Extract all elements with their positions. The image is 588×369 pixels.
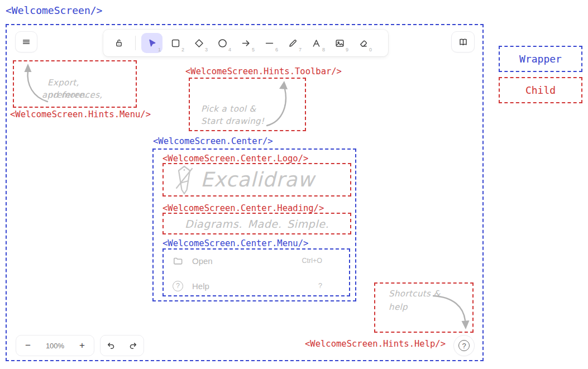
selection-cursor-icon — [147, 38, 157, 49]
hint-toolbar-text-line2: Start drawing! — [201, 116, 264, 128]
lock-tool-button[interactable] — [108, 33, 130, 53]
folder-icon — [173, 256, 183, 266]
eraser-icon — [358, 38, 369, 49]
hamburger-icon — [21, 37, 31, 47]
tool-rectangle[interactable]: 2 — [165, 33, 186, 53]
excalidraw-logo-text: Excalidraw — [200, 168, 314, 191]
legend-child-text: Child — [525, 84, 556, 96]
center-heading-label: <WelcomeScreen.Center.Heading/> — [162, 203, 324, 213]
rectangle-icon — [170, 38, 181, 49]
zoom-controls: − 100% + — [16, 335, 94, 356]
tool-ellipse[interactable]: 4 — [212, 33, 233, 53]
line-icon — [264, 38, 275, 49]
hints-menu-box: Export, preferences, and more... — [13, 60, 137, 108]
menu-item-shortcut: Ctrl+O — [302, 257, 322, 265]
tool-arrow[interactable]: 5 — [235, 33, 256, 53]
center-logo-box: Excalidraw — [162, 163, 351, 197]
help-circle-icon: ? — [173, 281, 183, 291]
book-icon — [458, 37, 469, 47]
hint-help-text-line1: Shortcuts & — [389, 288, 441, 300]
tool-text[interactable]: 8 — [305, 33, 327, 53]
menu-item-label: Help — [192, 281, 209, 291]
center-heading-box: Diagrams. Made. Simple. — [162, 213, 351, 234]
tool-key-hint: 6 — [275, 47, 278, 52]
library-button[interactable] — [451, 31, 475, 52]
main-menu-button[interactable] — [15, 31, 37, 52]
zoom-in-button[interactable]: + — [70, 336, 94, 356]
undo-icon — [106, 341, 116, 351]
center-menu-label: <WelcomeScreen.Center.Menu/> — [162, 238, 308, 248]
redo-button[interactable] — [122, 336, 144, 356]
menu-item-shortcut: ? — [318, 282, 322, 290]
tool-selection[interactable]: 1 — [141, 33, 162, 53]
image-icon — [334, 38, 345, 49]
hint-help-text-line2: help — [389, 301, 408, 314]
hints-help-label: <WelcomeScreen.Hints.Help/> — [305, 339, 446, 349]
tool-key-hint: 8 — [322, 47, 325, 52]
center-menu-box: Open Ctrl+O ? Help ? — [162, 248, 350, 296]
tool-key-hint: 9 — [346, 47, 348, 52]
ellipse-icon — [217, 38, 228, 49]
menu-item-help[interactable]: ? Help ? — [167, 277, 346, 294]
hints-menu-label: <WelcomeScreen.Hints.Menu/> — [10, 109, 151, 119]
menu-item-open[interactable]: Open Ctrl+O — [167, 252, 346, 269]
tool-eraser[interactable]: 0 — [352, 33, 374, 53]
legend-child-box: Child — [499, 77, 582, 103]
center-logo-label: <WelcomeScreen.Center.Logo/> — [162, 154, 308, 164]
center-wrapper-box: <WelcomeScreen.Center.Logo/> Excalidraw … — [152, 148, 356, 301]
legend-wrapper-text: Wrapper — [519, 53, 562, 65]
tool-key-hint: 4 — [228, 47, 231, 52]
text-icon — [311, 38, 322, 49]
zoom-level[interactable]: 100% — [40, 336, 70, 356]
legend-wrapper-box: Wrapper — [499, 46, 582, 72]
history-controls — [100, 335, 144, 356]
redo-icon — [128, 341, 138, 351]
excalidraw-logo-icon — [174, 165, 195, 196]
hint-toolbar-text-line1: Pick a tool & — [201, 103, 256, 116]
pencil-icon — [288, 38, 298, 49]
tool-line[interactable]: 6 — [259, 33, 280, 53]
diamond-icon — [194, 38, 204, 49]
center-label: <WelcomeScreen.Center/> — [153, 136, 273, 146]
tool-diamond[interactable]: 3 — [188, 33, 209, 53]
toolbar-divider — [135, 36, 136, 50]
tool-key-hint: 3 — [205, 47, 208, 52]
hints-help-box: Shortcuts & help — [374, 282, 474, 333]
tool-image[interactable]: 9 — [329, 33, 350, 53]
toolbar: 1 2 3 4 5 — [103, 30, 388, 56]
undo-button[interactable] — [101, 336, 122, 356]
tool-key-hint: 7 — [299, 47, 302, 52]
tool-draw[interactable]: 7 — [282, 33, 303, 53]
menu-item-label: Open — [192, 256, 213, 266]
center-heading-text: Diagrams. Made. Simple. — [185, 218, 329, 230]
tool-key-hint: 0 — [369, 47, 372, 52]
tool-key-hint: 1 — [158, 47, 161, 52]
hints-toolbar-box: Pick a tool & Start drawing! — [189, 78, 306, 131]
zoom-out-button[interactable]: − — [16, 336, 40, 356]
tool-key-hint: 2 — [181, 47, 184, 52]
hint-menu-text-line2: and more... — [42, 89, 93, 102]
unlock-icon — [113, 37, 125, 49]
welcome-screen-label: <WelcomeScreen/> — [6, 4, 102, 16]
tool-key-hint: 5 — [252, 47, 255, 52]
hints-toolbar-label: <WelcomeScreen.Hints.Toolbar/> — [185, 66, 342, 76]
welcome-screen-docs-figure: <WelcomeScreen/> 1 2 — [0, 0, 588, 369]
help-button[interactable]: ? — [453, 335, 475, 356]
question-mark-icon: ? — [458, 340, 470, 351]
arrow-icon — [241, 38, 251, 49]
